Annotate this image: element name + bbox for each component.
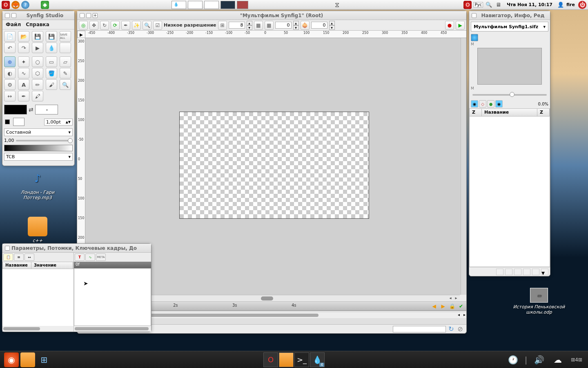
clock-applet-icon[interactable]: 🕐: [506, 352, 520, 367]
snap-icon[interactable]: ▦: [265, 21, 274, 30]
gradient-preview[interactable]: [4, 145, 73, 151]
misc-tool-icon[interactable]: ⚙: [4, 79, 16, 90]
close-button[interactable]: [472, 13, 477, 18]
keyboard-layout[interactable]: Рус: [473, 2, 483, 7]
timeline-lock-icon[interactable]: 🔒: [448, 303, 456, 310]
horizontal-ruler[interactable]: -450-400-350-300-250-200-150-100-5005010…: [85, 31, 466, 38]
spinner-3[interactable]: ▲▼: [329, 21, 335, 30]
opacity-slider[interactable]: [16, 140, 73, 141]
layer-btn-1[interactable]: [496, 269, 503, 275]
zoom-tool-icon[interactable]: 🔍: [60, 79, 71, 90]
tool-b-icon[interactable]: ✒: [18, 91, 29, 101]
blank-icon[interactable]: [60, 43, 71, 53]
text-tool-icon[interactable]: A: [18, 79, 29, 90]
canvas-titlebar[interactable]: + "Мультфильм Synfig1" (Root): [77, 11, 466, 20]
nav-tab-1[interactable]: [471, 34, 478, 41]
monitor-tray-icon[interactable]: 🖥: [494, 1, 503, 9]
panel-preview-2[interactable]: [188, 1, 203, 9]
layer-btn-4[interactable]: [523, 269, 530, 275]
tool-c-icon[interactable]: 🖍: [32, 91, 43, 101]
open-file-icon[interactable]: 📂: [18, 31, 29, 42]
eyedrop-tool-icon[interactable]: ✎: [60, 68, 71, 79]
volume-icon[interactable]: 🔊: [532, 352, 546, 367]
menu-file[interactable]: Файл: [6, 22, 21, 27]
timetab-t[interactable]: T: [75, 254, 85, 261]
onion-icon[interactable]: 🧅: [301, 21, 310, 30]
opera-tray-icon[interactable]: O: [463, 1, 472, 9]
status-field[interactable]: [393, 326, 446, 332]
minimize-button[interactable]: [11, 13, 16, 18]
nav-zoom-slider[interactable]: [472, 92, 547, 98]
move-icon[interactable]: ✥: [89, 21, 98, 30]
blend-mode-select[interactable]: Составной▾: [4, 128, 73, 136]
col-z1[interactable]: Z: [470, 109, 482, 116]
zoom-fit-icon[interactable]: 🔍: [143, 21, 151, 30]
grad-tool-icon[interactable]: ◐: [4, 68, 16, 79]
rect-tool-icon[interactable]: ▭: [46, 56, 57, 67]
dock-synfig-icon[interactable]: 💧4: [310, 352, 325, 367]
layer-btn-6[interactable]: ▾: [541, 269, 548, 275]
fg-color[interactable]: [4, 105, 27, 114]
col-name[interactable]: Название: [482, 109, 537, 116]
transform-tool-icon[interactable]: ⊕: [4, 56, 16, 67]
dock-opera-icon[interactable]: O: [263, 352, 278, 367]
dock-files-icon[interactable]: [279, 352, 294, 367]
params-titlebar[interactable]: Параметры, Потомки, Ключевые кадры, До: [2, 244, 151, 253]
keyframe-area[interactable]: ➤: [74, 268, 151, 326]
ptab-2[interactable]: ≡: [14, 254, 24, 261]
pcol-name[interactable]: Название: [3, 262, 31, 269]
play-icon[interactable]: ▶: [456, 21, 465, 30]
col-z2[interactable]: Z: [537, 109, 550, 116]
layer-btn-2[interactable]: [505, 269, 512, 275]
lt-4-icon[interactable]: ◉: [495, 100, 503, 108]
app-icon[interactable]: ◆: [41, 1, 49, 9]
refresh-icon[interactable]: ⟳: [111, 21, 120, 30]
quality-icon[interactable]: ⊞: [218, 21, 227, 30]
check-icon[interactable]: ☑: [153, 21, 162, 30]
undo-icon[interactable]: ↶: [4, 43, 16, 53]
toolbox-titlebar[interactable]: Synfig Studio: [2, 11, 74, 20]
pen-icon[interactable]: ✒: [121, 21, 130, 30]
record-icon[interactable]: ●: [445, 21, 454, 30]
vertical-scrollbar[interactable]: [461, 38, 466, 295]
panel-preview-5[interactable]: [237, 1, 248, 9]
interpolation-select[interactable]: TCB▾: [4, 153, 73, 161]
corner-menu-icon[interactable]: ▸: [77, 31, 85, 38]
spinner-2[interactable]: ▲▼: [293, 21, 299, 30]
star-tool-icon[interactable]: ✦: [18, 56, 29, 67]
panel-preview-4[interactable]: [220, 1, 235, 9]
swap-colors-icon[interactable]: ⇄: [29, 106, 33, 113]
save-all-icon[interactable]: SAVE ALL: [60, 31, 71, 42]
layer-btn-5[interactable]: [532, 269, 539, 275]
file-select[interactable]: Мультфильм Synfig1.sifz▾: [471, 22, 548, 31]
sketch-tool-icon[interactable]: ✏: [32, 79, 43, 90]
center-logo-icon[interactable]: ⧖: [333, 1, 341, 9]
save-icon[interactable]: 💾: [32, 31, 43, 42]
dock-terminal-icon[interactable]: >_: [294, 352, 309, 367]
close-button[interactable]: [5, 246, 10, 251]
grid-icon[interactable]: ▦: [254, 21, 263, 30]
keyframe-scroll[interactable]: [74, 326, 151, 332]
quality-input[interactable]: [229, 22, 245, 29]
params-list[interactable]: [2, 269, 74, 326]
ptab-1[interactable]: 📋: [3, 254, 13, 261]
params-scroll[interactable]: [2, 326, 74, 332]
field-2[interactable]: [275, 22, 292, 29]
user-name[interactable]: fire: [566, 2, 577, 7]
nav-preview[interactable]: [477, 48, 542, 85]
circle-tool-icon[interactable]: ○: [32, 56, 43, 67]
field-3[interactable]: [311, 22, 327, 29]
tool-a-icon[interactable]: ↔: [4, 91, 16, 101]
render-icon[interactable]: ▶: [32, 43, 43, 53]
clock[interactable]: Чтв Ноя 11, 10:17: [504, 2, 555, 7]
opera-icon[interactable]: O: [2, 1, 10, 9]
lt-1-icon[interactable]: ◉: [471, 100, 478, 108]
panel-preview-1[interactable]: 💧: [172, 1, 186, 9]
new-file-icon[interactable]: 📄: [4, 31, 16, 42]
weather-icon[interactable]: ☁: [550, 352, 565, 367]
close-button[interactable]: [80, 13, 85, 18]
search-tray-icon[interactable]: 🔍: [485, 1, 493, 9]
region-tool-icon[interactable]: ⬡: [32, 68, 43, 79]
minimize-button[interactable]: [86, 13, 91, 18]
menu-help[interactable]: Справка: [26, 22, 49, 27]
